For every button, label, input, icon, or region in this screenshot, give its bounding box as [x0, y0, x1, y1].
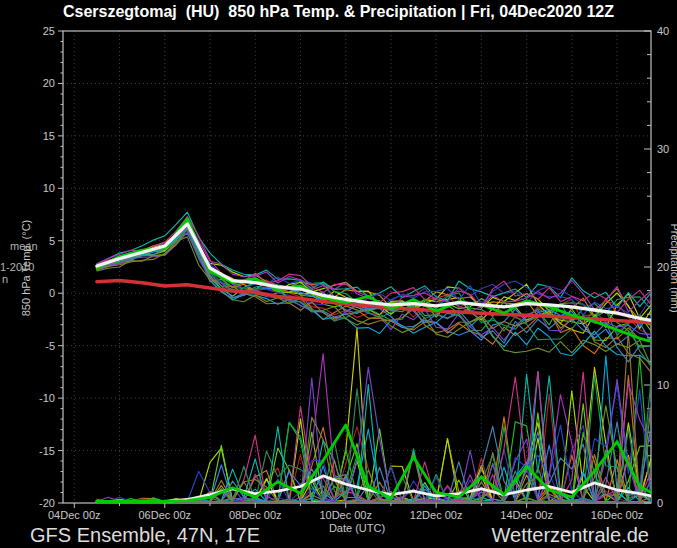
footer-brand-label: Wetterzentrale.de	[492, 524, 650, 547]
footer-model-label: GFS Ensemble, 47N, 17E	[30, 524, 260, 547]
svg-text:20: 20	[657, 261, 669, 273]
svg-text:0: 0	[49, 287, 55, 299]
svg-text:-20: -20	[39, 497, 55, 509]
svg-text:40: 40	[657, 25, 669, 37]
svg-text:06Dec 00z: 06Dec 00z	[138, 509, 191, 521]
svg-text:25: 25	[43, 25, 55, 37]
chart-canvas: 2520151050-5-10-15-2040302010004Dec 00z0…	[0, 0, 677, 548]
meteogram-page: { "chart_data": { "type": "line", "title…	[0, 0, 677, 548]
svg-text:-10: -10	[39, 392, 55, 404]
svg-text:15: 15	[43, 130, 55, 142]
svg-text:20: 20	[43, 77, 55, 89]
svg-text:30: 30	[657, 143, 669, 155]
legend-fragment-n: n	[2, 274, 8, 285]
legend-fragment-mean: mean	[10, 241, 38, 252]
svg-text:12Dec 00z: 12Dec 00z	[410, 509, 463, 521]
svg-text:08Dec 00z: 08Dec 00z	[229, 509, 282, 521]
svg-text:04Dec 00z: 04Dec 00z	[48, 509, 101, 521]
svg-text:Precipitation (mm): Precipitation (mm)	[669, 223, 677, 312]
svg-text:10Dec 00z: 10Dec 00z	[319, 509, 372, 521]
svg-text:10: 10	[657, 379, 669, 391]
svg-text:-5: -5	[45, 340, 55, 352]
svg-text:0: 0	[657, 497, 663, 509]
legend-fragment-climate: 1-2010	[0, 262, 34, 273]
svg-text:14Dec 00z: 14Dec 00z	[500, 509, 553, 521]
svg-text:10: 10	[43, 182, 55, 194]
svg-text:16Dec 00z: 16Dec 00z	[591, 509, 644, 521]
svg-text:-15: -15	[39, 445, 55, 457]
svg-text:5: 5	[49, 235, 55, 247]
